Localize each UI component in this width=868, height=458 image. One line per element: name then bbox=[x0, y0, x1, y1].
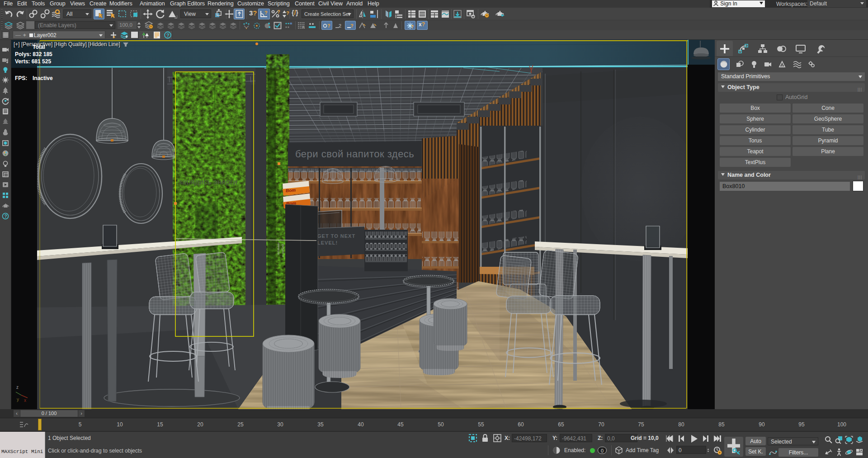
svg-text:?: ? bbox=[411, 24, 414, 29]
svg-text:Total: Total bbox=[33, 44, 45, 50]
svg-text:?: ? bbox=[327, 23, 330, 28]
svg-text:возьми: возьми bbox=[276, 243, 280, 255]
svg-text:Polys: 832 185: Polys: 832 185 bbox=[15, 51, 52, 57]
svg-text:x: x bbox=[24, 398, 26, 403]
svg-text:?: ? bbox=[350, 23, 354, 28]
svg-text:Verts: 681 525: Verts: 681 525 bbox=[15, 58, 51, 65]
svg-text:бери свой напиток здесь: бери свой напиток здесь bbox=[295, 148, 414, 160]
svg-text:Bom: Bom bbox=[286, 188, 296, 193]
svg-text:y: y bbox=[17, 397, 19, 402]
svg-text:z: z bbox=[16, 385, 19, 390]
svg-text:?: ? bbox=[264, 10, 268, 15]
svg-text:[+] [Perspective] [High Qual: [+] [Perspective] [High Quality] [Hidden… bbox=[14, 41, 120, 47]
svg-text:с собой: с собой bbox=[281, 244, 285, 257]
svg-text:?: ? bbox=[5, 214, 7, 219]
svg-text:Inactive: Inactive bbox=[33, 75, 53, 81]
svg-text:FPS:: FPS: bbox=[15, 75, 27, 81]
svg-text:зарядись энерги: зарядись энерги bbox=[179, 178, 237, 186]
svg-text:?: ? bbox=[166, 33, 170, 38]
svg-text:A: A bbox=[302, 25, 305, 29]
svg-text:LEVEL!: LEVEL! bbox=[317, 240, 338, 246]
svg-text:2: 2 bbox=[339, 23, 341, 28]
svg-text:?: ? bbox=[286, 10, 289, 16]
svg-text:GET TO NEXT: GET TO NEXT bbox=[317, 233, 355, 239]
svg-text:?: ? bbox=[277, 9, 280, 14]
